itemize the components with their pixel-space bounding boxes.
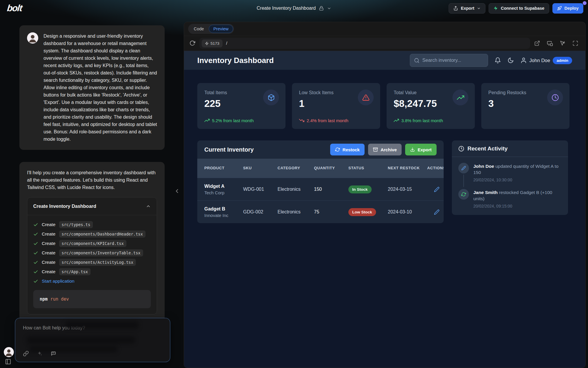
table-row[interactable]: Gadget B Innovate Inc GDG-002 Electronic… — [197, 200, 444, 223]
account-avatar[interactable] — [4, 347, 14, 357]
export-button[interactable]: Export — [449, 3, 485, 14]
step-file[interactable]: src/App.tsx — [59, 268, 91, 275]
step-file[interactable]: src/types.ts — [59, 221, 93, 228]
step-action: Create — [42, 260, 56, 265]
step-file[interactable]: src/components/ActivityLog.tsx — [59, 259, 136, 266]
cell-quantity[interactable]: 150 — [314, 187, 348, 192]
column-header-category: CATEGORY — [278, 165, 314, 171]
chat-bubbles-icon[interactable] — [50, 351, 56, 357]
supabase-icon — [493, 6, 498, 11]
trending-up-icon — [452, 89, 468, 105]
open-external-icon[interactable] — [534, 40, 540, 46]
inventory-title: Current Inventory — [204, 146, 254, 153]
workbench-panel: Code Preview 5173 / Inventory Dashboard — [184, 22, 586, 368]
search-icon — [414, 58, 420, 63]
assistant-intro-text: I'll help you create a comprehensive inv… — [27, 169, 157, 191]
activity-title: Recent Activity — [467, 145, 508, 152]
step-file[interactable]: src/components/KPICard.tsx — [59, 240, 126, 247]
tab-preview[interactable]: Preview — [209, 25, 233, 33]
archive-icon — [373, 147, 378, 152]
kpi-trend-text: 3.8% from last month — [401, 118, 443, 123]
kpi-card-total-items: Total Items 225 5.2% from last month — [197, 83, 285, 129]
bolt-logo[interactable]: bolt — [4, 3, 23, 14]
address-input[interactable]: 5173 / — [199, 38, 530, 49]
check-icon — [33, 241, 38, 246]
kpi-trend: 3.8% from last month — [394, 118, 443, 123]
inventory-table-card: Current Inventory Restock Archive Exp — [197, 140, 444, 223]
column-header-actions: ACTIONS — [427, 165, 444, 171]
build-step: Create src/components/KPICard.tsx — [33, 239, 151, 248]
link-icon[interactable] — [23, 351, 29, 357]
cell-sku: GDG-002 — [243, 209, 278, 215]
redacted-blob — [65, 321, 139, 329]
activity-actor: John Doe — [473, 164, 494, 169]
artifact-collapse-button[interactable] — [146, 204, 151, 209]
responsive-devices-icon[interactable] — [547, 40, 553, 47]
build-step: Create src/components/InventoryTable.tsx — [33, 248, 151, 258]
step-action: Create — [42, 250, 56, 256]
check-icon — [33, 222, 38, 227]
step-action: Create — [42, 222, 56, 227]
cell-next-restock: 2024-03-10 — [388, 209, 427, 215]
column-header-product: PRODUCT — [204, 165, 243, 171]
fullscreen-icon[interactable] — [572, 40, 578, 46]
dark-mode-toggle-icon[interactable] — [507, 57, 514, 64]
step-file[interactable]: src/components/DashboardHeader.tsx — [59, 231, 146, 238]
user-menu[interactable]: John Doe admin — [520, 57, 572, 64]
pencil-icon — [458, 163, 469, 173]
preview-viewport: Inventory Dashboard Search inventory... … — [184, 51, 585, 368]
redacted-blob — [26, 336, 135, 344]
project-title-menu[interactable]: Create Inventory Dashboard — [257, 6, 331, 11]
export-label: Export — [461, 6, 474, 11]
user-icon — [520, 57, 527, 64]
rocket-icon — [557, 6, 562, 11]
deploy-button[interactable]: Deploy — [552, 3, 583, 14]
export-label: Export — [417, 147, 432, 152]
terminal-command: npm — [40, 296, 48, 302]
product-name: Widget A — [204, 184, 243, 189]
tab-code[interactable]: Code — [189, 25, 209, 33]
workbench-tab-bar: Code Preview — [184, 22, 585, 36]
port-pill[interactable]: 5173 — [202, 39, 223, 47]
edit-pencil-icon[interactable] — [434, 187, 440, 192]
start-application-label: Start application — [42, 279, 74, 284]
inventory-search-input[interactable]: Search inventory... — [410, 54, 488, 67]
reload-icon[interactable] — [189, 40, 195, 46]
view-toggle: Code Preview — [188, 24, 234, 34]
preview-url-bar: 5173 / — [184, 36, 585, 51]
activity-actor: Jane Smith — [473, 190, 498, 195]
cell-quantity[interactable]: 75 — [314, 209, 348, 215]
plug-icon — [205, 42, 209, 45]
inspector-cursor-icon[interactable] — [560, 40, 566, 46]
chat-collapse-handle[interactable] — [174, 188, 180, 194]
alert-triangle-icon — [358, 89, 374, 105]
terminal-command-block: npm run dev — [33, 290, 151, 308]
column-header-quantity: QUANTITY — [314, 165, 348, 171]
restock-button[interactable]: Restock — [330, 144, 365, 155]
kpi-trend: 2.4% from last month — [299, 118, 348, 123]
connect-supabase-button[interactable]: Connect to Supabase — [489, 3, 549, 14]
chat-input[interactable]: How can Bolt help you today? — [15, 318, 170, 362]
trending-up-icon — [394, 118, 399, 123]
bell-icon[interactable] — [495, 57, 501, 64]
archive-button[interactable]: Archive — [368, 144, 402, 155]
export-csv-button[interactable]: Export — [405, 144, 437, 155]
edit-pencil-icon[interactable] — [434, 209, 440, 215]
cell-next-restock: 2024-03-15 — [388, 187, 427, 192]
assistant-message: I'll help you create a comprehensive inv… — [19, 162, 165, 324]
activity-item: Jane Smith restocked Gadget B (+100 unit… — [458, 189, 562, 208]
check-icon — [33, 251, 38, 256]
timeline-connector — [463, 175, 464, 187]
chevron-down-icon — [327, 6, 331, 11]
kpi-row: Total Items 225 5.2% from last month Low… — [184, 70, 585, 129]
build-step: Create src/components/ActivityLog.tsx — [33, 258, 151, 267]
chat-panel: Design a responsive and user-friendly in… — [19, 25, 165, 324]
start-application-step[interactable]: Start application — [33, 276, 151, 286]
clock-icon — [458, 146, 464, 152]
refresh-icon — [335, 147, 340, 152]
step-file[interactable]: src/components/InventoryTable.tsx — [59, 249, 143, 256]
table-row[interactable]: Widget A Tech Corp WDG-001 Electronics 1… — [197, 178, 444, 200]
sparkles-icon[interactable] — [37, 351, 42, 357]
sidebar-toggle-icon[interactable] — [5, 359, 11, 365]
trending-up-icon — [204, 118, 210, 123]
